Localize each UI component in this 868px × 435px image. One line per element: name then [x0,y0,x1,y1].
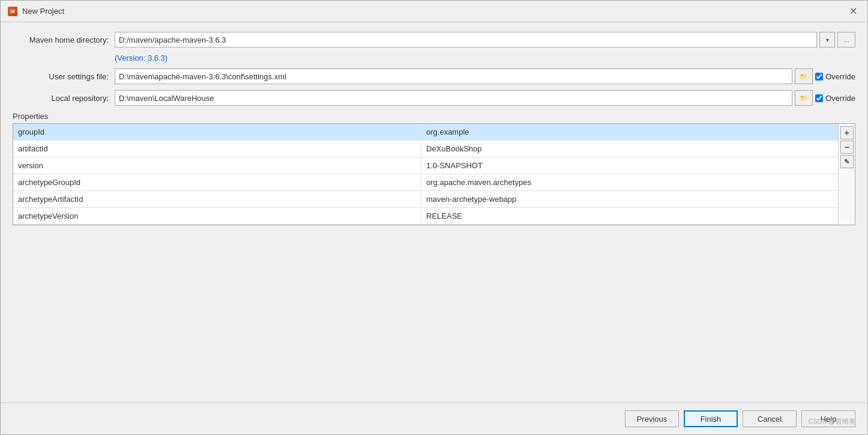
prop-value: org.example [421,125,838,139]
prop-value: maven-archetype-webapp [421,192,838,206]
maven-home-input[interactable] [115,32,817,47]
remove-property-btn[interactable]: − [840,141,854,154]
table-row[interactable]: archetypeVersion RELEASE [13,208,838,225]
table-row[interactable]: archetypeArtifactId maven-archetype-weba… [13,191,838,208]
user-settings-browse-btn[interactable]: 📁 [795,68,813,84]
prop-key: archetypeArtifactId [13,192,421,206]
local-repo-row: Local repository: 📁 Override [13,90,855,106]
user-settings-input-wrap: 📁 Override [115,68,855,84]
add-property-btn[interactable]: + [840,126,854,139]
title-bar-left: M New Project [8,7,64,16]
properties-section: Properties groupId org.example artifactI… [13,112,855,225]
new-project-dialog: M New Project ✕ Maven home directory: ▾ … [0,0,868,435]
maven-home-label: Maven home directory: [13,35,109,44]
table-row[interactable]: groupId org.example [13,124,838,141]
local-repo-input-wrap: 📁 Override [115,90,855,106]
dialog-content: Maven home directory: ▾ … (Version: 3.6.… [1,22,867,403]
prop-key: artifactId [13,142,421,156]
table-row[interactable]: artifactId DeXuBookShop [13,141,838,157]
user-settings-row: User settings file: 📁 Override [13,68,855,84]
properties-title: Properties [13,112,855,121]
maven-home-row: Maven home directory: ▾ … [13,32,855,47]
cancel-button[interactable]: Cancel [743,410,797,427]
user-settings-override-checkbox[interactable] [815,73,823,81]
maven-home-input-wrap: ▾ … [115,32,855,47]
prop-value: 1.0-SNAPSHOT [421,159,838,172]
properties-table: groupId org.example artifactId DeXuBookS… [13,124,838,225]
local-repo-browse-btn[interactable]: 📁 [795,90,813,106]
help-button[interactable]: Help [801,410,855,427]
user-settings-input[interactable] [115,68,792,84]
table-row[interactable]: version 1.0-SNAPSHOT [13,157,838,174]
prop-key: version [13,159,421,172]
maven-version-text: (Version: 3.6.3) [115,53,855,62]
prop-key: archetypeGroupId [13,175,421,189]
local-repo-override-label: Override [815,94,855,103]
properties-table-wrap: groupId org.example artifactId DeXuBookS… [13,123,855,225]
title-bar: M New Project ✕ [1,1,867,22]
prop-key: archetypeVersion [13,209,421,223]
dialog-title: New Project [22,7,64,16]
table-row[interactable]: archetypeGroupId org.apache.maven.archet… [13,174,838,191]
close-button[interactable]: ✕ [846,4,860,19]
edit-property-btn[interactable]: ✎ [840,155,854,168]
footer: Previous Finish Cancel Help [1,403,867,434]
prop-value: RELEASE [421,209,838,223]
previous-button[interactable]: Previous [625,410,679,427]
maven-home-browse-btn[interactable]: … [837,32,855,47]
local-repo-input[interactable] [115,90,792,106]
prop-value: DeXuBookShop [421,142,838,156]
maven-home-dropdown-btn[interactable]: ▾ [819,32,835,47]
user-settings-label: User settings file: [13,72,109,81]
local-repo-label: Local repository: [13,94,109,103]
finish-button[interactable]: Finish [684,410,738,427]
local-repo-override-checkbox[interactable] [815,94,823,102]
user-settings-override-label: Override [815,72,855,81]
table-sidebar: + − ✎ [838,124,855,225]
prop-key: groupId [13,125,421,139]
prop-value: org.apache.maven.archetypes [421,175,838,189]
app-icon: M [8,7,17,16]
